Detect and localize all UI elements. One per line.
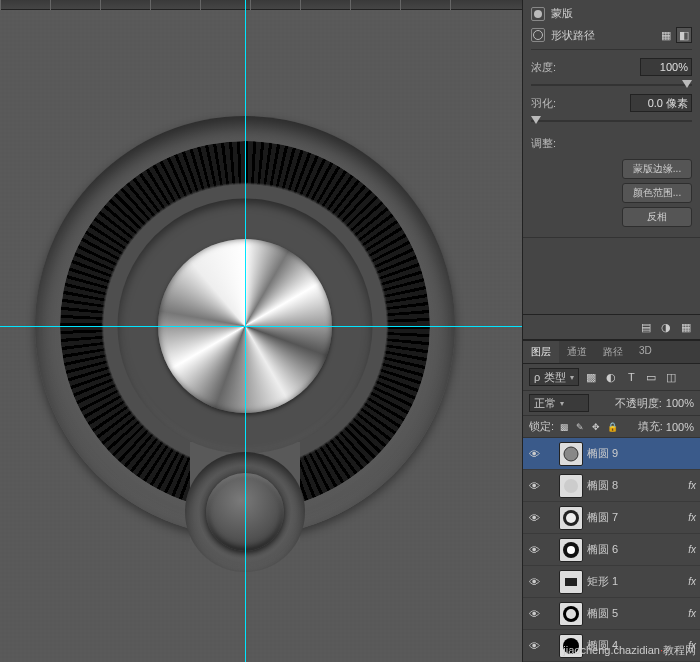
lock-position-icon[interactable]: ✥ <box>589 420 603 434</box>
masks-panel: 蒙版 形状路径 ▦ ◧ 浓度: 羽化: 调整: 蒙版边缘... 颜色范围... <box>523 0 700 238</box>
ruler-horizontal <box>0 0 522 10</box>
tab-channels[interactable]: 通道 <box>559 341 595 363</box>
visibility-eye-icon[interactable]: 👁 <box>527 576 541 588</box>
visibility-eye-icon[interactable]: 👁 <box>527 448 541 460</box>
canvas-area[interactable] <box>0 0 522 662</box>
density-label: 浓度: <box>531 60 556 75</box>
layer-row[interactable]: 👁椭圆 8fx <box>523 470 700 502</box>
density-slider[interactable] <box>531 84 692 86</box>
layer-row[interactable]: 👁矩形 1fx <box>523 566 700 598</box>
masks-tab-label: 蒙版 <box>551 6 573 21</box>
visibility-eye-icon[interactable]: 👁 <box>527 608 541 620</box>
layer-fx-badge[interactable]: fx <box>688 480 696 491</box>
filter-adjust-icon[interactable]: ◐ <box>603 369 619 385</box>
visibility-eye-icon[interactable]: 👁 <box>527 480 541 492</box>
svg-point-8 <box>566 609 576 619</box>
tab-layers[interactable]: 图层 <box>523 341 559 363</box>
path-chip-icon <box>531 28 545 42</box>
mask-edge-button[interactable]: 蒙版边缘... <box>622 159 692 179</box>
layers-panel: 图层 通道 路径 3D ρ类型▾ ▩ ◐ T ▭ ◫ 正常▾ 不透明度: 100… <box>523 340 700 662</box>
lock-transparent-icon[interactable]: ▩ <box>557 420 571 434</box>
layer-name[interactable]: 椭圆 9 <box>587 446 696 461</box>
opacity-value[interactable]: 100% <box>666 397 694 409</box>
layer-filter-toolbar: ρ类型▾ ▩ ◐ T ▭ ◫ <box>523 364 700 391</box>
fill-value[interactable]: 100% <box>666 421 694 433</box>
layer-lock-row: 锁定: ▩ ✎ ✥ 🔒 填充: 100% <box>523 416 700 438</box>
guide-vertical[interactable] <box>245 0 246 662</box>
svg-point-5 <box>567 546 575 554</box>
shape-path-label: 形状路径 <box>551 28 595 43</box>
filter-type-icon[interactable]: T <box>623 369 639 385</box>
guide-horizontal[interactable] <box>0 326 522 327</box>
layer-name[interactable]: 椭圆 5 <box>587 606 684 621</box>
layer-row[interactable]: 👁椭圆 6fx <box>523 534 700 566</box>
layer-thumbnail[interactable] <box>559 506 583 530</box>
visibility-eye-icon[interactable]: 👁 <box>527 512 541 524</box>
layer-fx-badge[interactable]: fx <box>688 608 696 619</box>
panel-icon-1[interactable]: ▤ <box>638 319 654 335</box>
layer-fx-badge[interactable]: fx <box>688 512 696 523</box>
feather-slider[interactable] <box>531 120 692 122</box>
svg-point-0 <box>564 447 578 461</box>
layer-fx-badge[interactable]: fx <box>688 544 696 555</box>
adjust-label: 调整: <box>531 136 556 151</box>
right-panel: 蒙版 形状路径 ▦ ◧ 浓度: 羽化: 调整: 蒙版边缘... 颜色范围... <box>522 0 700 662</box>
fill-label: 填充: <box>638 419 663 434</box>
lock-all-icon[interactable]: 🔒 <box>605 420 619 434</box>
filter-type-dropdown[interactable]: ρ类型▾ <box>529 368 579 386</box>
layer-name[interactable]: 椭圆 8 <box>587 478 684 493</box>
feather-label: 羽化: <box>531 96 556 111</box>
layer-thumbnail[interactable] <box>559 602 583 626</box>
filter-shape-icon[interactable]: ▭ <box>643 369 659 385</box>
filter-pixel-icon[interactable]: ▩ <box>583 369 599 385</box>
lock-label: 锁定: <box>529 419 554 434</box>
layer-blend-row: 正常▾ 不透明度: 100% <box>523 391 700 416</box>
pixel-mask-icon[interactable]: ▦ <box>658 27 674 43</box>
layer-name[interactable]: 矩形 1 <box>587 574 684 589</box>
watermark: jiaocheng.chazidian·教程网 <box>563 643 696 658</box>
layer-fx-badge[interactable]: fx <box>688 576 696 587</box>
color-range-button[interactable]: 颜色范围... <box>622 183 692 203</box>
panel-icon-3[interactable]: ▦ <box>678 319 694 335</box>
layer-thumbnail[interactable] <box>559 442 583 466</box>
svg-point-1 <box>564 479 578 493</box>
tab-3d[interactable]: 3D <box>631 341 660 363</box>
density-input[interactable] <box>640 58 692 76</box>
lock-pixels-icon[interactable]: ✎ <box>573 420 587 434</box>
layers-list[interactable]: 👁椭圆 9👁椭圆 8fx👁椭圆 7fx👁椭圆 6fx👁矩形 1fx👁椭圆 5fx… <box>523 438 700 662</box>
layer-name[interactable]: 椭圆 7 <box>587 510 684 525</box>
layer-thumbnail[interactable] <box>559 538 583 562</box>
blend-mode-dropdown[interactable]: 正常▾ <box>529 394 589 412</box>
layer-name[interactable]: 椭圆 6 <box>587 542 684 557</box>
artboard[interactable] <box>0 10 522 662</box>
visibility-eye-icon[interactable]: 👁 <box>527 544 541 556</box>
vector-mask-icon[interactable]: ◧ <box>676 27 692 43</box>
svg-point-3 <box>566 513 576 523</box>
panel-dock-icons: ▤ ◑ ▦ <box>523 314 700 340</box>
layer-row[interactable]: 👁椭圆 5fx <box>523 598 700 630</box>
layer-row[interactable]: 👁椭圆 9 <box>523 438 700 470</box>
layers-tabs: 图层 通道 路径 3D <box>523 341 700 364</box>
svg-rect-6 <box>565 578 577 586</box>
panel-icon-2[interactable]: ◑ <box>658 319 674 335</box>
layer-thumbnail[interactable] <box>559 570 583 594</box>
opacity-label: 不透明度: <box>615 396 662 411</box>
visibility-eye-icon[interactable]: 👁 <box>527 640 541 652</box>
layer-thumbnail[interactable] <box>559 474 583 498</box>
invert-button[interactable]: 反相 <box>622 207 692 227</box>
mask-chip-icon <box>531 7 545 21</box>
filter-smart-icon[interactable]: ◫ <box>663 369 679 385</box>
feather-input[interactable] <box>630 94 692 112</box>
tab-paths[interactable]: 路径 <box>595 341 631 363</box>
layer-row[interactable]: 👁椭圆 7fx <box>523 502 700 534</box>
